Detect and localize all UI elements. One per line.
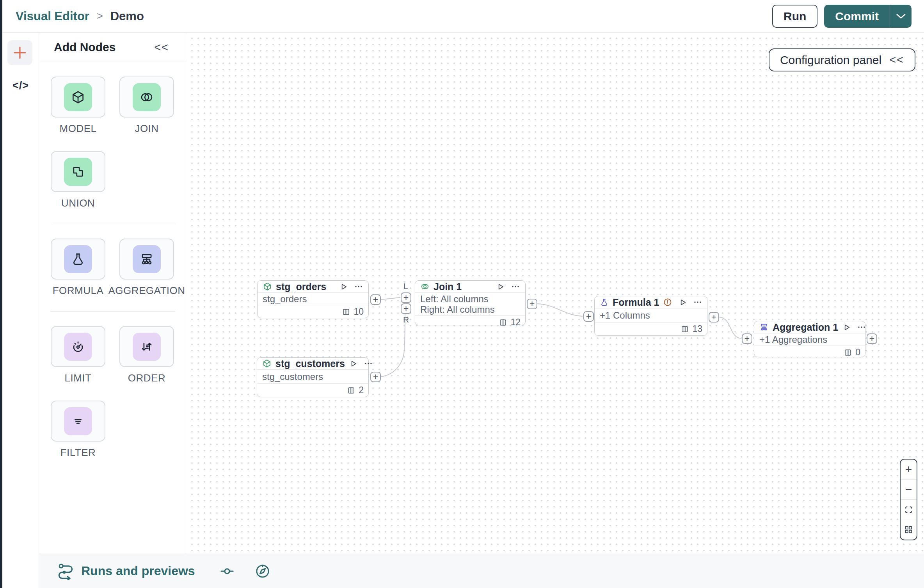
breadcrumb-visual-editor[interactable]: Visual Editor [16,9,89,23]
node-footer: 0 [754,346,865,359]
port-join-right-input[interactable]: + [401,303,411,314]
node-aggregation-1[interactable]: Aggregation 1 +1 Aggregations 0 [754,321,865,357]
port-formula-output[interactable]: + [709,312,719,323]
columns-icon [844,348,852,357]
performance-button[interactable] [254,563,271,579]
tile-label: MODEL [60,123,97,135]
play-icon[interactable] [349,359,358,368]
node-body: Left: All columns Right: All columns [415,293,525,316]
configuration-panel-button[interactable]: Configuration panel << [769,48,915,71]
tile-order[interactable]: ORDER [119,326,174,384]
play-icon[interactable] [339,282,348,291]
code-view-rail-button[interactable]: </> [2,77,39,94]
join-circles-icon [420,282,430,291]
tile-model[interactable]: MODEL [51,77,105,135]
commit-split-button: Commit [824,5,912,28]
add-nodes-panel: Add Nodes << MODEL JOIN [39,33,187,554]
topbar-actions: Run Commit [772,5,912,28]
node-stg-orders[interactable]: stg_orders stg_orders 10 [257,280,369,318]
port-label-left: L [403,282,408,291]
commit-dropdown-button[interactable] [890,5,912,28]
port-join-left-input[interactable]: + [401,292,411,303]
port-aggregation-output[interactable]: + [867,333,877,344]
add-nodes-rail-button[interactable] [7,40,32,65]
zoom-in-button[interactable]: + [901,460,917,480]
play-icon[interactable] [842,323,851,332]
play-icon[interactable] [678,298,687,307]
aggregation-tree-icon [759,323,769,332]
collapse-config-icon: << [889,53,904,66]
node-footer: 10 [258,305,368,318]
port-stg-orders-output[interactable]: + [370,294,381,305]
node-body: stg_orders [258,293,368,305]
port-join-output[interactable]: + [527,299,537,309]
tile-label: LIMIT [65,372,92,384]
cube-icon [71,90,85,105]
grid-icon [904,525,913,535]
tile-label: FILTER [60,447,96,459]
node-body: stg_customers [257,370,368,384]
visual-editor-window: Visual Editor > Demo Run Commit </> [0,0,924,588]
collapse-panel-button[interactable]: << [154,41,169,54]
zoom-out-button[interactable]: − [901,480,917,500]
port-stg-customers-output[interactable]: + [370,372,381,382]
aggregation-tree-icon [139,252,154,267]
commit-button[interactable]: Commit [824,5,890,28]
edge-stgorders-to-join [380,298,400,299]
union-squares-icon [71,164,85,179]
tile-label: ORDER [128,372,165,384]
grid-view-button[interactable] [901,520,917,540]
breadcrumb-separator: > [97,10,103,22]
flask-icon [600,298,609,307]
node-title: stg_customers [275,358,345,369]
port-aggregation-input[interactable]: + [742,333,752,344]
fit-view-icon [904,505,913,515]
pipeline-canvas[interactable]: Configuration panel << stg_orders stg_or… [187,33,924,554]
tile-union[interactable]: UNION [51,151,105,209]
more-options-icon[interactable] [364,359,373,368]
runs-and-previews-label[interactable]: Runs and previews [81,564,195,578]
node-stg-customers[interactable]: stg_customers stg_customers 2 [257,357,369,397]
columns-icon [347,386,355,395]
tile-group-sources: MODEL JOIN UNION [51,77,175,209]
tile-formula[interactable]: FORMULA [51,239,105,297]
fit-view-button[interactable] [901,500,917,520]
tile-label: UNION [61,197,95,209]
tile-aggregation[interactable]: AGGREGATION [119,239,174,297]
play-icon[interactable] [496,282,505,291]
tile-label: FORMULA [53,285,104,297]
tile-join[interactable]: JOIN [119,77,174,135]
palette-divider [51,311,175,312]
tile-filter[interactable]: FILTER [51,401,105,459]
more-options-icon[interactable] [693,298,702,307]
columns-count: 12 [510,317,521,328]
more-options-icon[interactable] [511,282,520,291]
node-header: Formula 1 [595,296,707,308]
columns-count: 2 [359,385,364,396]
edge-join-to-formula [537,304,583,316]
compass-icon [254,563,271,579]
more-options-icon[interactable] [354,282,363,291]
node-title: stg_orders [276,281,326,292]
sort-arrows-icon [139,339,154,354]
node-title: Join 1 [434,281,462,292]
node-formula-1[interactable]: Formula 1 +1 Columns 13 [594,296,707,336]
bottom-bar: Runs and previews [39,554,924,588]
columns-icon [499,318,507,327]
node-header: Join 1 [415,281,525,293]
more-options-icon[interactable] [857,323,866,332]
node-header: Aggregation 1 [754,321,865,333]
tile-limit[interactable]: LIMIT [51,326,105,384]
run-button[interactable]: Run [772,5,817,28]
port-formula-input[interactable]: + [583,311,594,322]
join-circles-icon [139,90,154,105]
warning-icon [663,298,672,307]
tile-label: AGGREGATION [108,285,185,297]
node-join-1[interactable]: Join 1 Left: All columns Right: All colu… [415,280,526,325]
runs-and-previews-toggle[interactable] [57,562,75,580]
node-footer: 12 [415,316,525,329]
git-commit-icon [219,563,235,579]
left-icon-rail: </> [2,33,39,588]
palette-divider [51,224,175,224]
commit-history-button[interactable] [219,563,235,579]
